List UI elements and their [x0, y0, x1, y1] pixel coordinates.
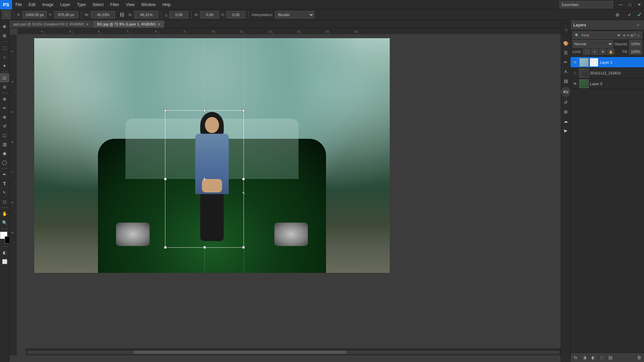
gradient-tool[interactable]: ▥	[0, 140, 9, 148]
collapse-panels-btn[interactable]: ◁	[564, 23, 568, 36]
lock-transparent-btn[interactable]: ⬚	[583, 49, 590, 55]
transform-options-icon[interactable]: ⬚	[2, 10, 11, 19]
layers-panel-bottom: fx ◑ ◐ □ ▤ 🗑	[571, 353, 644, 362]
opacity-input[interactable]	[629, 40, 642, 48]
h-input[interactable]	[134, 11, 158, 18]
lock-all-btn[interactable]: 🔒	[607, 49, 614, 55]
h2-input[interactable]	[200, 11, 219, 18]
tab-bg-close[interactable]: ✕	[158, 22, 160, 26]
hscroll-thumb[interactable]	[133, 351, 346, 354]
y-input[interactable]	[54, 11, 78, 18]
close-button[interactable]: ✕	[635, 0, 644, 9]
brush-tool[interactable]: ✏	[0, 104, 9, 112]
history-btn[interactable]: ↺	[561, 98, 570, 107]
v-input[interactable]	[226, 11, 245, 18]
blend-mode-select[interactable]: Normal Dissolve Multiply Screen Overlay …	[573, 40, 613, 48]
workspace-search[interactable]	[559, 1, 613, 8]
type-tool[interactable]: T	[0, 179, 9, 188]
menu-image[interactable]: Image	[39, 0, 57, 9]
ruler-top: 4 5 6 7 8 9 10 11 12	[17, 28, 561, 35]
fill-input[interactable]	[629, 49, 642, 55]
tab-jadi-close[interactable]: ✕	[86, 22, 89, 26]
layer-row-layer0[interactable]: 👁 Layer 0	[571, 78, 644, 89]
lock-image-btn[interactable]: ✏	[591, 49, 598, 55]
pen-tool[interactable]: ✒	[0, 170, 9, 179]
sep2	[81, 11, 82, 18]
lock-position-btn[interactable]: ✥	[599, 49, 606, 55]
create-new-layer-btn[interactable]: ▤	[607, 354, 614, 361]
layer0-visibility[interactable]: 👁	[572, 81, 578, 87]
libraries-btn[interactable]: ☁	[561, 117, 570, 125]
minimize-button[interactable]: —	[616, 0, 625, 9]
eraser-tool[interactable]: ◻	[0, 131, 9, 139]
add-mask-btn[interactable]: ◑	[581, 354, 588, 361]
play-btn-right[interactable]: ▶	[561, 126, 570, 135]
angle-input[interactable]	[169, 11, 188, 18]
tab-jadi[interactable]: jadi.psd @ 33.6% (Gradient Fill 2, RGB/8…	[9, 20, 93, 28]
interpolation-select[interactable]: Bicubic Bilinear Nearest Neighbor Bicubi…	[275, 11, 314, 18]
canvas-container: 4 5 6 7 8 9 10 11 12	[9, 28, 561, 362]
canvas-inner[interactable]: ↖ 72.87% ▶ ◀ Doc: 11.7M/23.7M ⛓ ✏ ⊕ ▤ 🗑	[17, 35, 561, 355]
healing-brush-tool[interactable]: ⊕	[0, 95, 9, 103]
artboard-tool[interactable]: ⊞	[0, 31, 9, 40]
commit-transform-icon[interactable]: ✓	[625, 10, 634, 19]
crop-tool[interactable]: ⊡	[0, 73, 9, 82]
layer-row-layer2[interactable]: 👁 20161112_153815	[571, 68, 644, 78]
blur-tool[interactable]: ◉	[0, 149, 9, 158]
screen-mode-tool[interactable]: ⬜	[0, 257, 9, 266]
shape-tool[interactable]: ◻	[0, 197, 9, 206]
svg-text:13: 13	[297, 30, 300, 33]
history-brush-tool[interactable]: ↺	[0, 122, 9, 130]
menu-type[interactable]: Type	[73, 0, 89, 9]
create-fill-layer-btn[interactable]: ◐	[589, 354, 597, 361]
layers-filter-select[interactable]: Kind Name Effect Mode Attribute Color Sm…	[580, 33, 622, 38]
menu-view[interactable]: View	[122, 0, 138, 9]
layers-list: 👁 Layer 1 👁 20161112_153815 👁 Layer 0	[571, 57, 644, 353]
zoom-tool[interactable]: 🔍	[0, 218, 9, 227]
eyedropper-tool[interactable]: ⊘	[0, 82, 9, 91]
layer-row-layer1[interactable]: 👁 Layer 1	[571, 57, 644, 68]
delete-layer-btn[interactable]: 🗑	[635, 354, 643, 361]
menu-select[interactable]: Select	[89, 0, 107, 9]
warp-mode-icon[interactable]: ⊘	[613, 10, 622, 19]
layer2-visibility[interactable]: 👁	[572, 70, 578, 76]
add-layer-style-btn[interactable]: fx	[572, 354, 579, 361]
ku-btn[interactable]: KU	[561, 87, 571, 97]
quick-mask-tool[interactable]: ◐	[0, 248, 9, 257]
hscroll-track[interactable]	[27, 351, 559, 354]
svg-text:5: 5	[11, 111, 14, 113]
clone-stamp-tool[interactable]: ⊗	[0, 113, 9, 121]
maximize-button[interactable]: □	[625, 0, 635, 9]
w-input[interactable]	[91, 11, 115, 18]
character-btn[interactable]: A	[561, 67, 570, 76]
marquee-tool[interactable]: ⬚	[0, 43, 9, 52]
magic-wand-tool[interactable]: ✦	[0, 61, 9, 70]
dodge-tool[interactable]: ◯	[0, 158, 9, 167]
tab-bg[interactable]: BG.jpg @ 72.9% (Layer 1, RGB/8#) ✕	[93, 20, 164, 28]
menu-window[interactable]: Window	[138, 0, 159, 9]
layer1-visibility[interactable]: 👁	[572, 59, 578, 65]
svg-text:14: 14	[325, 30, 329, 33]
background-color[interactable]	[5, 236, 9, 244]
brush-settings-btn[interactable]: ✏	[561, 58, 570, 66]
lasso-tool[interactable]: ⌂	[0, 52, 9, 61]
menu-filter[interactable]: Filter	[107, 0, 123, 9]
hand-tool[interactable]: ✋	[0, 209, 9, 218]
commit-check[interactable]: ✓	[637, 11, 642, 18]
svg-text:6: 6	[11, 141, 14, 143]
w-label: W:	[85, 13, 89, 17]
move-tool[interactable]: ✥	[0, 22, 9, 31]
menu-help[interactable]: Help	[159, 0, 174, 9]
menu-layer[interactable]: Layer	[57, 0, 73, 9]
color-picker-right-btn[interactable]: 🎨	[561, 39, 570, 48]
layers-right-btn[interactable]: ▤	[561, 76, 570, 85]
link-proportions-icon[interactable]: ⛓	[117, 10, 126, 19]
adjustments-btn[interactable]: ☰	[561, 48, 570, 57]
properties-btn[interactable]: ⊞	[561, 107, 570, 116]
menu-edit[interactable]: Edit	[25, 0, 39, 9]
layers-panel-menu-btn[interactable]: ≡	[635, 22, 641, 28]
create-group-btn[interactable]: □	[598, 354, 605, 361]
x-input[interactable]	[22, 11, 47, 18]
menu-file[interactable]: File	[12, 0, 25, 9]
path-selection-tool[interactable]: ↖	[0, 188, 9, 197]
